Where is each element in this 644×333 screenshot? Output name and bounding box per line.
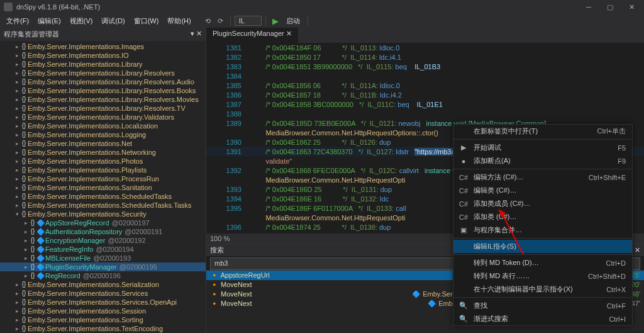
- class-node[interactable]: ▸{}🔷 FeatureRegInfo@02000194: [0, 245, 206, 254]
- csharp-icon: C#: [458, 187, 469, 195]
- code-line[interactable]: 1388: [206, 109, 644, 118]
- play-icon: ▶: [458, 144, 469, 152]
- menu-debug[interactable]: 调试(D): [97, 15, 128, 27]
- namespace-node[interactable]: ▸{}Emby.Server.Implementations.Library.R…: [0, 69, 206, 77]
- code-line[interactable]: 1381 /* 0x004E184F 06 */ IL_0113: ldloc.…: [206, 43, 644, 52]
- csharp-icon: C#: [458, 213, 469, 221]
- namespace-node[interactable]: ▸{}Emby.Server.Implementations.Images: [0, 42, 206, 51]
- class-node[interactable]: ▸{}🔷 RegRecord@02000196: [0, 271, 206, 280]
- csharp-icon: C#: [458, 200, 469, 208]
- namespace-node[interactable]: ▸{}Emby.Server.Implementations.Services: [0, 289, 206, 298]
- merge-icon: ▣: [458, 226, 469, 234]
- search-icon: 🔍: [458, 302, 469, 310]
- ctx-add-class[interactable]: C#添加类 (C#)…: [453, 210, 632, 223]
- app-title: dnSpy v6.1.8 (64-bit, .NET): [16, 3, 100, 11]
- ctx-open-new-tab[interactable]: 在新标签页中打开(T)Ctrl+单击: [453, 125, 632, 138]
- search-icon: 🔍: [458, 315, 469, 323]
- tabstrip: PluginSecurityManager ✕: [206, 28, 644, 43]
- ctx-start-debug[interactable]: ▶开始调试F5: [453, 141, 632, 154]
- menu-window[interactable]: 窗口(W): [130, 15, 163, 27]
- code-line[interactable]: 1385 /* 0x004E1856 06 */ IL_011A: ldloc.…: [206, 81, 644, 90]
- namespace-node[interactable]: ▸{}Emby.Server.Implementations.Sanitatio…: [0, 183, 206, 192]
- ctx-merge-assembly[interactable]: ▣与程序集合并…: [453, 223, 632, 237]
- class-node[interactable]: ▸{}🔷 AuthenticationRepository@02000191: [0, 227, 206, 236]
- namespace-node[interactable]: ▸{}Emby.Server.Implementations.Localizat…: [0, 121, 206, 130]
- tab-label: PluginSecurityManager: [213, 30, 284, 37]
- namespace-node[interactable]: ▾{}Emby.Server.Implementations.Security: [0, 210, 206, 218]
- namespace-node[interactable]: ▸{}Emby.Server.Implementations.TextEncod…: [0, 324, 206, 333]
- code-line[interactable]: 1384: [206, 71, 644, 81]
- ctx-find[interactable]: 🔍查找Ctrl+F: [453, 299, 632, 312]
- namespace-node[interactable]: ▸{}Emby.Server.Implementations.Sorting: [0, 315, 206, 324]
- minimize-button[interactable]: ─: [580, 3, 597, 11]
- breakpoint-icon: ●: [458, 157, 469, 165]
- play-icon[interactable]: ▶: [270, 15, 281, 26]
- class-node[interactable]: ▸{}🔷 PluginSecurityManager@02000195: [0, 262, 206, 271]
- class-node[interactable]: ▸{}🔷 EncryptionManager@02000192: [0, 236, 206, 245]
- ctx-inc-search[interactable]: 🔍渐进式搜索Ctrl+I: [453, 312, 632, 325]
- menu-file[interactable]: 文件(F): [3, 15, 33, 27]
- ctx-goto-md-token[interactable]: 转到 MD Token (D)…Ctrl+D: [453, 256, 632, 269]
- tree[interactable]: ▸{}Emby.Server.Implementations.Images▸{}…: [0, 41, 206, 333]
- namespace-node[interactable]: ▸{}Emby.Server.Implementations.Library.R…: [0, 104, 206, 113]
- menubar: 文件(F) 编辑(E) 视图(V) 调试(D) 窗口(W) 帮助(H) ⟲ ⟳ …: [0, 14, 644, 28]
- ctx-edit-il[interactable]: 编辑IL指令(S): [453, 240, 632, 253]
- tab-plugin-security-manager[interactable]: PluginSecurityManager ✕: [206, 28, 299, 43]
- namespace-node[interactable]: ▸{}Emby.Server.Implementations.Playlists: [0, 166, 206, 174]
- namespace-node[interactable]: ▸{}Emby.Server.Implementations.Services.…: [0, 298, 206, 307]
- language-combo[interactable]: IL: [235, 16, 262, 26]
- ctx-edit-class[interactable]: C#编辑类 (C#)…: [453, 184, 632, 197]
- context-menu: 在新标签页中打开(T)Ctrl+单击 ▶开始调试F5 ●添加断点(A)F9 C#…: [453, 124, 633, 326]
- start-button[interactable]: 启动: [282, 15, 304, 27]
- fwd-icon[interactable]: ⟳: [215, 15, 226, 26]
- menu-help[interactable]: 帮助(H): [164, 15, 194, 27]
- code-line[interactable]: 1382 /* 0x004E1850 17 */ IL_0114: ldc.i4…: [206, 52, 644, 62]
- explorer-header: 程序集资源管理器 ▾ ✕: [0, 28, 206, 41]
- explorer-title: 程序集资源管理器: [4, 30, 59, 39]
- class-node[interactable]: ▸{}🔷 AppStoreRegRecord@02000197: [0, 218, 206, 227]
- maximize-button[interactable]: ▢: [601, 3, 619, 11]
- namespace-node[interactable]: ▸{}Emby.Server.Implementations.Photos: [0, 157, 206, 166]
- menu-view[interactable]: 视图(V): [66, 15, 97, 27]
- ctx-goto-md-table[interactable]: 转到 MD 表行……Ctrl+Shift+D: [453, 269, 632, 283]
- csharp-icon: C#: [458, 174, 469, 181]
- namespace-node[interactable]: ▸{}Emby.Server.Implementations.Serializa…: [0, 280, 206, 289]
- ctx-hex-editor[interactable]: 在十六进制编辑器中显示指令(X)Ctrl+X: [453, 283, 632, 296]
- namespace-node[interactable]: ▸{}Emby.Server.Implementations.Logging: [0, 130, 206, 139]
- back-icon[interactable]: ⟲: [203, 15, 214, 26]
- namespace-node[interactable]: ▸{}Emby.Server.Implementations.Net: [0, 139, 206, 148]
- ctx-edit-method[interactable]: C#编辑方法 (C#)…Ctrl+Shift+E: [453, 171, 632, 184]
- class-node[interactable]: ▸{}🔷 MBLicenseFile@02000193: [0, 254, 206, 262]
- close-button[interactable]: ✕: [623, 3, 640, 11]
- namespace-node[interactable]: ▸{}Emby.Server.Implementations.Library.V…: [0, 113, 206, 121]
- tab-close-icon[interactable]: ✕: [286, 30, 292, 37]
- namespace-node[interactable]: ▸{}Emby.Server.Implementations.Session: [0, 307, 206, 315]
- namespace-node[interactable]: ▸{}Emby.Server.Implementations.Library.R…: [0, 86, 206, 95]
- code-line[interactable]: 1383 /* 0x004E1851 3B99000000 */ IL_0115…: [206, 62, 644, 71]
- assembly-explorer: 程序集资源管理器 ▾ ✕ ▸{}Emby.Server.Implementati…: [0, 28, 206, 333]
- namespace-node[interactable]: ▸{}Emby.Server.Implementations.Networkin…: [0, 148, 206, 157]
- namespace-node[interactable]: ▸{}Emby.Server.Implementations.Scheduled…: [0, 201, 206, 210]
- namespace-node[interactable]: ▸{}Emby.Server.Implementations.Library: [0, 60, 206, 69]
- titlebar: dnSpy v6.1.8 (64-bit, .NET) ─ ▢ ✕: [0, 0, 644, 14]
- code-line[interactable]: 1387 /* 0x004E1858 3BC0000000 */ IL_011C…: [206, 99, 644, 109]
- code-line[interactable]: 1386 /* 0x004E1857 18 */ IL_011B: ldc.i4…: [206, 90, 644, 99]
- namespace-node[interactable]: ▸{}Emby.Server.Implementations.IO: [0, 51, 206, 60]
- app-logo-icon: [4, 3, 13, 11]
- namespace-node[interactable]: ▸{}Emby.Server.Implementations.Library.R…: [0, 95, 206, 104]
- namespace-node[interactable]: ▸{}Emby.Server.Implementations.Scheduled…: [0, 192, 206, 201]
- menu-edit[interactable]: 编辑(E): [34, 15, 65, 27]
- namespace-node[interactable]: ▸{}Emby.Server.Implementations.ProcessRu…: [0, 174, 206, 183]
- ctx-add-breakpoint[interactable]: ●添加断点(A)F9: [453, 154, 632, 167]
- ctx-add-member[interactable]: C#添加类成员 (C#)…: [453, 197, 632, 210]
- namespace-node[interactable]: ▸{}Emby.Server.Implementations.Library.R…: [0, 77, 206, 86]
- search-title: 搜索: [210, 246, 224, 255]
- pin-icon[interactable]: ▾ ✕: [191, 30, 202, 39]
